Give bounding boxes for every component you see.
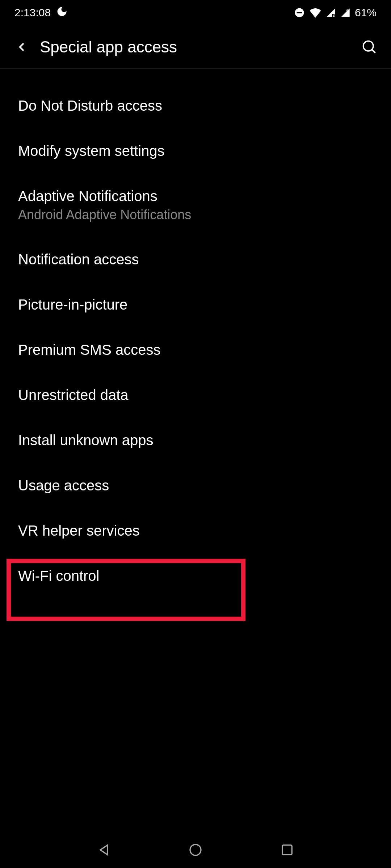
list-item-notification-access[interactable]: Notification access bbox=[0, 237, 391, 282]
nav-home-button[interactable] bbox=[185, 839, 206, 861]
item-title: Usage access bbox=[18, 477, 373, 494]
item-title: Picture-in-picture bbox=[18, 297, 373, 313]
signal-icon-1: R bbox=[326, 8, 336, 18]
item-title: Notification access bbox=[18, 251, 373, 268]
list-item-adaptive-notifications[interactable]: Adaptive Notifications Android Adaptive … bbox=[0, 174, 391, 237]
nav-home-icon bbox=[188, 843, 203, 857]
battery-text: 61% bbox=[355, 7, 377, 19]
list-item-usage-access[interactable]: Usage access bbox=[0, 463, 391, 508]
app-bar: Special app access bbox=[0, 25, 391, 69]
status-bar: 2:13:08 R x bbox=[0, 0, 391, 25]
item-title: Adaptive Notifications bbox=[18, 188, 373, 204]
status-left: 2:13:08 bbox=[14, 6, 67, 20]
list-item-modify-system[interactable]: Modify system settings bbox=[0, 128, 391, 174]
page-title: Special app access bbox=[40, 38, 358, 56]
list-item-vr-helper[interactable]: VR helper services bbox=[0, 508, 391, 553]
list-item-premium-sms[interactable]: Premium SMS access bbox=[0, 327, 391, 373]
list-item-wifi-control[interactable]: Wi-Fi control bbox=[0, 553, 391, 599]
search-button[interactable] bbox=[358, 36, 380, 58]
status-right: R x 61% bbox=[294, 7, 377, 19]
status-time: 2:13:08 bbox=[14, 7, 51, 19]
nav-back-button[interactable] bbox=[93, 839, 115, 861]
item-title: Unrestricted data bbox=[18, 387, 373, 403]
svg-text:R: R bbox=[332, 13, 335, 18]
list-item-picture-in-picture[interactable]: Picture-in-picture bbox=[0, 282, 391, 327]
signal-icon-2: x bbox=[340, 8, 350, 18]
back-button[interactable] bbox=[11, 36, 33, 58]
wifi-icon bbox=[309, 8, 321, 18]
svg-line-5 bbox=[372, 50, 375, 53]
search-icon bbox=[361, 39, 377, 55]
svg-point-4 bbox=[363, 41, 374, 51]
svg-text:x: x bbox=[346, 8, 348, 12]
item-title: Wi-Fi control bbox=[18, 568, 373, 584]
svg-rect-1 bbox=[297, 12, 302, 13]
item-title: Do Not Disturb access bbox=[18, 98, 373, 114]
dnd-moon-icon bbox=[56, 6, 67, 20]
item-title: Modify system settings bbox=[18, 143, 373, 159]
list-item-dnd-access[interactable]: Do Not Disturb access bbox=[0, 83, 391, 128]
list-item-unrestricted-data[interactable]: Unrestricted data bbox=[0, 373, 391, 418]
svg-point-6 bbox=[190, 844, 201, 855]
list-item-install-unknown-apps[interactable]: Install unknown apps bbox=[0, 418, 391, 463]
nav-recent-button[interactable] bbox=[276, 839, 298, 861]
item-subtitle: Android Adaptive Notifications bbox=[18, 207, 373, 222]
item-title: Premium SMS access bbox=[18, 342, 373, 358]
dnd-icon bbox=[294, 7, 305, 18]
nav-recent-icon bbox=[280, 843, 294, 857]
settings-list: Do Not Disturb access Modify system sett… bbox=[0, 69, 391, 599]
chevron-left-icon bbox=[14, 40, 29, 54]
navigation-bar bbox=[0, 832, 391, 868]
item-title: Install unknown apps bbox=[18, 432, 373, 448]
item-title: VR helper services bbox=[18, 523, 373, 539]
svg-rect-7 bbox=[282, 845, 292, 855]
nav-back-icon bbox=[97, 843, 111, 857]
